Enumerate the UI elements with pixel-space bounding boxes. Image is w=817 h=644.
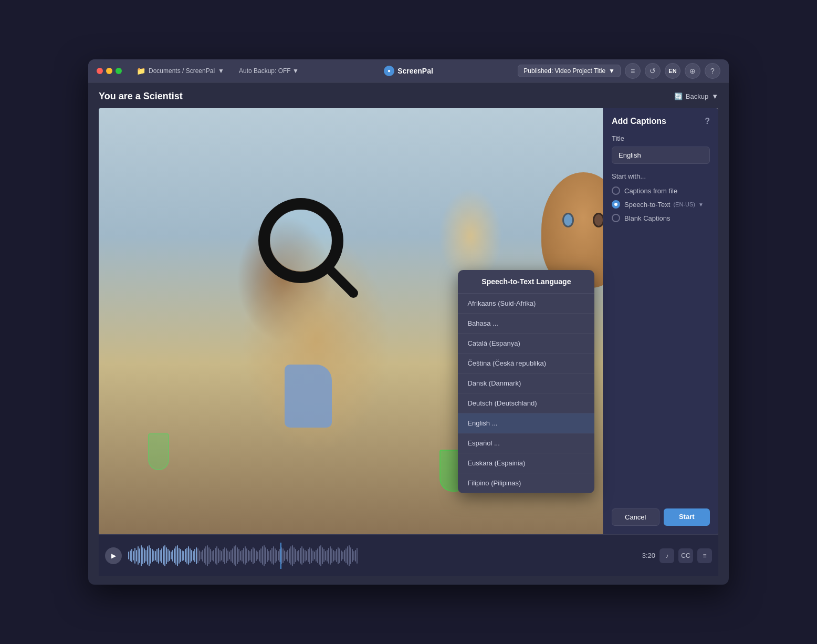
speech-to-text-label: Speech-to-Text — [624, 201, 670, 209]
title-bar-center: ● ScreenPal — [305, 66, 512, 76]
publish-chevron: ▼ — [609, 67, 615, 75]
file-path-text: Documents / ScreenPal — [149, 67, 215, 75]
auto-backup-chevron: ▼ — [292, 67, 299, 75]
panel-buttons: Cancel Start — [612, 508, 710, 526]
backup-label: Backup — [686, 92, 708, 100]
en-us-badge: (EN-US) — [673, 201, 695, 207]
start-with-label: Start with... — [612, 172, 710, 180]
captions-panel-header: Add Captions ? — [612, 117, 710, 126]
title-bar: 📁 Documents / ScreenPal ▼ Auto Backup: O… — [88, 59, 729, 82]
title-bar-left: 📁 Documents / ScreenPal ▼ Auto Backup: O… — [97, 67, 305, 75]
help-icon-btn[interactable]: ? — [705, 63, 720, 79]
waveform-container[interactable]: 1:08.00 — [128, 543, 636, 569]
blank-captions-radio[interactable] — [612, 214, 620, 222]
lab-flask-left — [148, 433, 169, 470]
time-display: 3:20 — [642, 552, 655, 559]
layers-icon-btn[interactable]: ⊕ — [685, 63, 700, 79]
lang-item-filipino[interactable]: Filipino (Pilipinas) — [458, 473, 594, 493]
title-input[interactable] — [612, 147, 710, 164]
dropdown-list[interactable]: Afrikaans (Suid-Afrika) Bahasa ... Catal… — [458, 294, 594, 493]
dropdown-header: Speech-to-Text Language — [458, 270, 594, 294]
logo-icon: ● — [384, 66, 394, 76]
lang-item-espanol[interactable]: Español ... — [458, 433, 594, 453]
waveform — [128, 543, 636, 569]
lang-item-deutsch[interactable]: Deutsch (Deutschland) — [458, 393, 594, 413]
list-icon-btn[interactable]: ≡ — [697, 548, 712, 563]
file-path-chevron: ▼ — [218, 67, 224, 75]
language-btn[interactable]: EN — [665, 63, 680, 79]
speech-to-text-row: Speech-to-Text (EN-US) ▼ — [624, 201, 704, 209]
captions-from-file-label: Captions from file — [624, 187, 677, 195]
title-bar-right: Published: Video Project Title ▼ ≡ ↺ EN … — [512, 63, 720, 79]
history-icon-btn[interactable]: ↺ — [645, 63, 661, 79]
timeline-right: 3:20 ♪ CC ≡ — [642, 548, 712, 563]
speech-to-text-option[interactable]: Speech-to-Text (EN-US) ▼ — [612, 200, 710, 209]
captions-panel-title: Add Captions — [612, 117, 666, 126]
auto-backup[interactable]: Auto Backup: OFF ▼ — [239, 67, 299, 75]
lang-item-dansk[interactable]: Dansk (Danmark) — [458, 373, 594, 393]
publish-dropdown[interactable]: Published: Video Project Title ▼ — [518, 65, 621, 77]
cc-icon-btn[interactable]: CC — [678, 548, 693, 563]
captions-from-file-option[interactable]: Captions from file — [612, 186, 710, 195]
language-dropdown[interactable]: Speech-to-Text Language Afrikaans (Suid-… — [458, 270, 594, 493]
folder-icon: 📁 — [137, 67, 145, 75]
music-icon-btn[interactable]: ♪ — [659, 548, 674, 563]
cancel-button[interactable]: Cancel — [612, 508, 659, 526]
captions-panel: Add Captions ? Title Start with... Capti… — [603, 108, 718, 534]
captions-help-icon[interactable]: ? — [705, 117, 710, 126]
project-title: You are a Scientist — [99, 91, 183, 102]
timeline-area: ▶ 1:08.00 3:20 ♪ CC ≡ — [99, 534, 718, 576]
backup-button[interactable]: 🔄 Backup ▼ — [674, 92, 718, 100]
close-button[interactable] — [97, 68, 103, 74]
playhead — [280, 543, 281, 569]
blank-captions-option[interactable]: Blank Captions — [612, 214, 710, 222]
traffic-lights — [97, 68, 122, 74]
app-window: 📁 Documents / ScreenPal ▼ Auto Backup: O… — [88, 59, 729, 585]
app-name: ScreenPal — [397, 67, 433, 75]
play-button[interactable]: ▶ — [105, 547, 122, 564]
maximize-button[interactable] — [116, 68, 122, 74]
app-logo: ● ScreenPal — [384, 66, 433, 76]
title-label: Title — [612, 134, 710, 142]
lang-item-afrikaans[interactable]: Afrikaans (Suid-Afrika) — [458, 294, 594, 314]
blank-captions-label: Blank Captions — [624, 214, 670, 222]
svg-point-2 — [270, 210, 331, 271]
captions-from-file-radio[interactable] — [612, 186, 620, 195]
glove — [285, 365, 332, 428]
backup-icon: 🔄 — [674, 92, 683, 100]
backup-chevron: ▼ — [711, 92, 718, 100]
file-path[interactable]: 📁 Documents / ScreenPal ▼ — [137, 67, 224, 75]
menu-icon-btn[interactable]: ≡ — [625, 63, 641, 79]
lang-item-euskara[interactable]: Euskara (Espainia) — [458, 453, 594, 473]
lang-item-cestina[interactable]: Čeština (Česká republika) — [458, 354, 594, 373]
speech-to-text-radio[interactable] — [612, 200, 620, 209]
video-panels: Speech-to-Text Language Afrikaans (Suid-… — [99, 108, 718, 534]
start-button[interactable]: Start — [664, 508, 710, 526]
lang-item-catala[interactable]: Català (Espanya) — [458, 334, 594, 354]
speech-chevron-icon[interactable]: ▼ — [698, 202, 704, 207]
magnifying-glass-svg — [254, 193, 359, 298]
svg-line-1 — [330, 269, 353, 293]
lang-item-bahasa[interactable]: Bahasa ... — [458, 314, 594, 334]
content-area: You are a Scientist 🔄 Backup ▼ — [88, 82, 729, 585]
publish-label: Published: Video Project Title — [523, 67, 605, 75]
minimize-button[interactable] — [106, 68, 112, 74]
lang-item-english[interactable]: English ... — [458, 413, 594, 433]
project-header: You are a Scientist 🔄 Backup ▼ — [99, 91, 718, 102]
